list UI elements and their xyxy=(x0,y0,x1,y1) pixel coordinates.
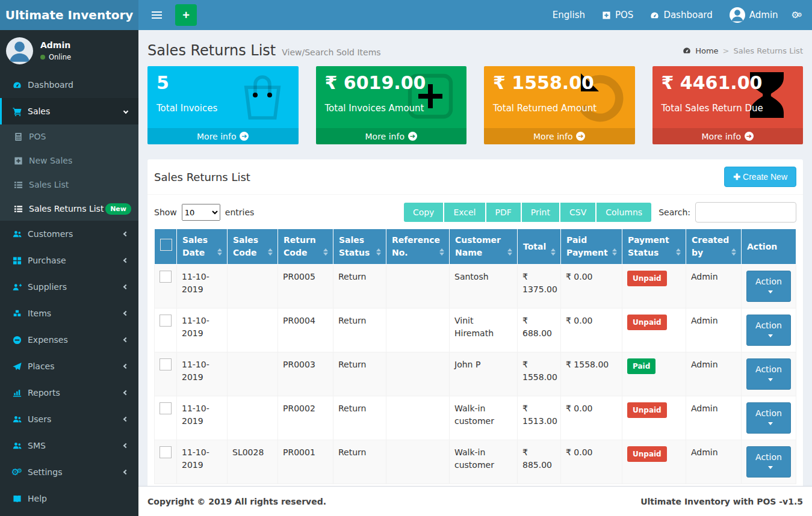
checkbox-cell xyxy=(155,440,177,484)
more-info-link[interactable]: More info ➔ xyxy=(147,128,299,144)
page-title: Sales Returns List xyxy=(147,42,276,59)
paid-payment-cell: ₹ 0.00 xyxy=(561,396,622,440)
sidebar-item-new-sales[interactable]: New Sales xyxy=(0,149,138,173)
col-paid-payment[interactable]: Paid Payment xyxy=(561,229,622,265)
col-sales-code[interactable]: Sales Code xyxy=(228,229,278,265)
col-reference-no[interactable]: Reference No. xyxy=(386,229,450,265)
action-cell: Action xyxy=(742,352,796,396)
action-button[interactable]: Action xyxy=(746,446,791,478)
sales-date-cell: 11-10-2019 xyxy=(177,352,228,396)
select-all-checkbox[interactable] xyxy=(160,239,172,251)
sidebar-item-dashboard[interactable]: Dashboard xyxy=(0,72,138,98)
sidebar-item-places[interactable]: Places xyxy=(0,353,138,379)
col-return-code[interactable]: Return Code xyxy=(278,229,333,265)
breadcrumb-home[interactable]: Home xyxy=(695,46,718,55)
brand-logo[interactable]: Ultimate Inventory xyxy=(0,0,138,30)
row-checkbox[interactable] xyxy=(160,402,172,414)
pdf-button[interactable]: PDF xyxy=(486,203,521,222)
online-dot xyxy=(40,55,45,60)
card-value: ₹ 1558.00 xyxy=(484,66,635,93)
sales-date-cell: 11-10-2019 xyxy=(177,309,228,352)
action-button[interactable]: Action xyxy=(746,358,791,390)
nav-dashboard-link[interactable]: Dashboard xyxy=(642,0,721,30)
main-column: + English POS Dashboard Admin ⚙⚙ xyxy=(138,0,812,516)
gear-icon[interactable]: ⚙⚙ xyxy=(787,0,812,30)
export-buttons: Copy Excel PDF Print CSV Columns xyxy=(404,203,651,222)
row-checkbox[interactable] xyxy=(160,315,172,327)
action-button[interactable]: Action xyxy=(746,271,791,302)
col-total[interactable]: Total xyxy=(518,229,561,265)
col-sales-date[interactable]: Sales Date xyxy=(177,229,228,265)
sidebar-item-expenses[interactable]: Expenses xyxy=(0,327,138,353)
row-checkbox[interactable] xyxy=(160,271,172,283)
plus-square-icon xyxy=(602,11,611,20)
action-cell: Action xyxy=(742,309,796,352)
sidebar-item-sms[interactable]: SMS xyxy=(0,432,138,459)
chevron-left-icon xyxy=(123,443,128,448)
card-total-sales-return-due: ₹ 4461.00 Total Sales Return Due More in… xyxy=(652,66,804,144)
sidebar-item-reports[interactable]: Reports xyxy=(0,379,138,406)
return-code-cell: PR0002 xyxy=(278,396,333,440)
create-new-label: Create New xyxy=(743,172,787,182)
sidebar-item-items[interactable]: Items xyxy=(0,300,138,327)
nav-pos-link[interactable]: POS xyxy=(594,0,642,30)
sidebar-item-label: Items xyxy=(28,309,51,318)
user-panel: Admin Online xyxy=(0,30,138,72)
sidebar-item-customers[interactable]: Customers xyxy=(0,221,138,247)
copy-button[interactable]: Copy xyxy=(404,203,444,222)
payment-status-badge: Unpaid xyxy=(627,446,667,462)
columns-button[interactable]: Columns xyxy=(597,203,651,222)
sidebar-item-pos[interactable]: POS xyxy=(0,124,138,149)
minus-circle-icon xyxy=(11,336,23,345)
card-total-invoices-amount: ₹ 6019.00 Total Invoices Amount More inf… xyxy=(316,66,467,144)
sidebar-item-settings[interactable]: ⚙⚙ Settings xyxy=(0,459,138,485)
select-all-header[interactable] xyxy=(155,229,177,265)
customer-name-cell: Walk-in customer xyxy=(450,440,518,484)
print-button[interactable]: Print xyxy=(522,203,559,222)
paid-payment-cell: ₹ 1558.00 xyxy=(561,352,622,396)
sidebar-item-suppliers[interactable]: Suppliers xyxy=(0,274,138,300)
sidebar-item-help[interactable]: Help xyxy=(0,485,138,512)
quick-add-button[interactable]: + xyxy=(175,4,197,26)
action-button[interactable]: Action xyxy=(746,315,791,346)
row-checkbox[interactable] xyxy=(160,446,172,458)
sales-code-cell xyxy=(228,309,278,352)
card-label: Total Returned Amount xyxy=(484,93,635,114)
sidebar-item-users[interactable]: Users xyxy=(0,406,138,432)
entries-label: entries xyxy=(225,207,255,217)
sidebar-item-label: Help xyxy=(28,494,47,503)
more-info-label: More info xyxy=(365,132,404,141)
payment-status-cell: Unpaid xyxy=(622,265,686,309)
user-menu[interactable]: Admin xyxy=(721,0,787,30)
sidebar-item-purchase[interactable]: Purchase xyxy=(0,247,138,274)
col-customer-name[interactable]: Customer Name xyxy=(450,229,518,265)
sidebar-item-sales-list[interactable]: Sales List xyxy=(0,173,138,197)
csv-button[interactable]: CSV xyxy=(560,203,595,222)
col-payment-status[interactable]: Payment Status xyxy=(622,229,686,265)
more-info-link[interactable]: More info ➔ xyxy=(484,128,635,144)
col-created-by[interactable]: Created by xyxy=(686,229,742,265)
create-new-button[interactable]: ✚Create New xyxy=(724,167,796,187)
sidebar-item-sales[interactable]: Sales xyxy=(0,98,138,124)
more-info-link[interactable]: More info ➔ xyxy=(652,128,804,144)
hamburger-icon[interactable] xyxy=(146,7,168,23)
total-cell: ₹ 885.00 xyxy=(518,440,561,484)
row-checkbox[interactable] xyxy=(160,358,172,370)
sidebar-item-sales-returns-list[interactable]: Sales Returns List New xyxy=(0,197,138,221)
table-body: 11-10-2019PR0005ReturnSantosh₹ 1375.00₹ … xyxy=(155,265,796,484)
sidebar-item-label: Customers xyxy=(28,229,73,239)
search-input[interactable] xyxy=(695,202,796,223)
paid-payment-cell: ₹ 0.00 xyxy=(561,309,622,352)
language-menu[interactable]: English xyxy=(544,0,594,30)
total-cell: ₹ 688.00 xyxy=(518,309,561,352)
sidebar-menu: Dashboard Sales POS New xyxy=(0,72,138,512)
action-button[interactable]: Action xyxy=(746,402,791,434)
page-length-select[interactable]: 10 xyxy=(182,204,220,221)
card-value: ₹ 6019.00 xyxy=(316,66,467,93)
col-sales-status[interactable]: Sales Status xyxy=(333,229,386,265)
created-by-cell: Admin xyxy=(686,352,742,396)
chevron-left-icon xyxy=(123,390,128,395)
more-info-link[interactable]: More info ➔ xyxy=(316,128,467,144)
excel-button[interactable]: Excel xyxy=(444,203,485,222)
table-row: 11-10-2019SL0028PR0001ReturnWalk-in cust… xyxy=(155,440,796,484)
